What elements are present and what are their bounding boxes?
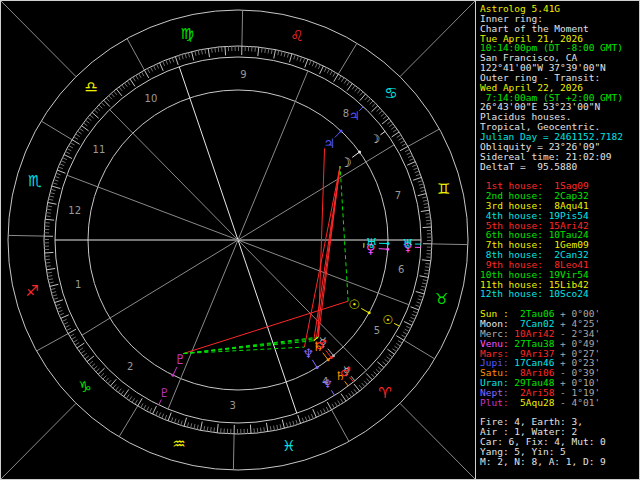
planet-glyph-outer-uran: ♅ xyxy=(403,237,414,251)
house-number-1: 1 xyxy=(75,279,81,290)
degree-tick xyxy=(172,58,174,63)
zodiac-glyph-virgo: ♍ xyxy=(181,25,194,43)
degree-tick xyxy=(144,405,146,409)
degree-tick xyxy=(182,54,183,59)
degree-tick xyxy=(411,307,419,310)
degree-tick xyxy=(53,298,58,300)
degree-tick xyxy=(409,320,414,322)
house-cusp-line xyxy=(238,71,308,240)
degree-tick xyxy=(359,385,362,389)
degree-tick xyxy=(100,373,104,377)
degree-tick xyxy=(46,268,55,269)
degree-tick xyxy=(423,280,428,281)
degree-tick xyxy=(355,87,358,91)
degree-tick xyxy=(339,76,342,80)
degree-tick xyxy=(175,56,178,65)
degree-tick xyxy=(217,424,218,433)
sign-boundary xyxy=(408,129,440,146)
degree-tick xyxy=(303,58,305,63)
degree-tick xyxy=(277,425,278,430)
degree-tick xyxy=(305,417,307,422)
degree-tick xyxy=(400,146,408,150)
degree-tick xyxy=(194,424,195,429)
degree-tick xyxy=(413,311,418,313)
planet-degree-dot xyxy=(330,356,333,359)
degree-tick xyxy=(45,259,50,260)
planet-glyph-inner-moon: ☽ xyxy=(340,155,352,170)
degree-tick xyxy=(360,92,363,96)
planet-degree-dot xyxy=(340,129,343,132)
degree-tick xyxy=(204,426,205,431)
chart-wheel-pane: ♈♉♊♋♌♍♎♏♐♑♒♓123456789101112☉☽☿♀♂♃♄♅♆♇☉☽☿… xyxy=(1,1,475,479)
degree-tick xyxy=(75,343,79,346)
degree-tick xyxy=(347,81,350,85)
degree-tick xyxy=(326,407,328,411)
degree-tick xyxy=(383,116,387,119)
sign-boundary xyxy=(233,434,234,470)
degree-tick xyxy=(214,428,215,433)
degree-tick xyxy=(333,72,336,76)
degree-tick xyxy=(312,62,314,67)
degree-tick xyxy=(323,409,325,413)
planet-degree-dot xyxy=(386,242,389,245)
degree-tick xyxy=(55,176,60,178)
degree-tick xyxy=(416,291,425,294)
degree-tick xyxy=(389,124,393,127)
degree-tick xyxy=(402,143,406,145)
degree-tick xyxy=(324,67,326,71)
degree-tick xyxy=(268,48,269,53)
degree-tick xyxy=(116,387,119,391)
degree-tick xyxy=(410,158,415,160)
degree-tick xyxy=(309,60,311,65)
degree-tick xyxy=(382,362,386,365)
planet-pointer-inner xyxy=(312,360,316,367)
planet-glyph-inner-plut: ♇ xyxy=(175,352,187,367)
degree-tick xyxy=(344,79,347,83)
degree-tick xyxy=(421,190,426,191)
degree-tick xyxy=(181,421,182,426)
planet-pointer-inner xyxy=(173,367,176,374)
degree-tick xyxy=(114,91,117,95)
degree-tick xyxy=(205,49,206,54)
degree-tick xyxy=(404,322,412,326)
degree-tick xyxy=(49,196,54,197)
degree-tick xyxy=(385,359,389,362)
planet-pointer-outer xyxy=(159,400,162,405)
degree-tick xyxy=(351,391,354,395)
degree-tick xyxy=(127,81,130,85)
house-cusp-line xyxy=(238,145,394,240)
degree-tick xyxy=(61,315,69,319)
degree-tick xyxy=(144,70,148,78)
house-number-6: 6 xyxy=(398,264,404,275)
degree-tick xyxy=(139,73,142,77)
degree-tick xyxy=(294,55,295,60)
degree-tick xyxy=(73,340,77,343)
house-number-5: 5 xyxy=(374,325,380,336)
degree-tick xyxy=(138,398,143,406)
degree-tick xyxy=(53,183,58,184)
degree-tick xyxy=(393,129,397,132)
degree-tick xyxy=(56,173,61,175)
degree-tick xyxy=(396,336,404,341)
zodiac-glyph-pisces: ♓ xyxy=(282,437,295,455)
degree-tick xyxy=(413,177,422,180)
degree-tick xyxy=(70,143,74,146)
degree-tick xyxy=(168,413,171,421)
degree-tick xyxy=(66,328,70,330)
planet-pointer-inner xyxy=(352,153,358,158)
zodiac-glyph-cancer: ♋ xyxy=(384,84,397,102)
degree-tick xyxy=(250,425,251,434)
degree-tick xyxy=(424,273,429,274)
degree-tick xyxy=(398,341,402,344)
degree-tick xyxy=(352,85,355,89)
degree-tick xyxy=(171,417,173,422)
degree-tick xyxy=(52,295,57,296)
degree-tick xyxy=(412,314,417,316)
degree-tick xyxy=(287,53,288,58)
sign-boundary xyxy=(404,340,435,359)
degree-tick xyxy=(132,398,135,402)
zodiac-glyph-sagittarius: ♐ xyxy=(25,282,38,300)
degree-tick xyxy=(311,414,313,419)
house-cusp-line xyxy=(67,175,238,240)
degree-tick xyxy=(354,389,357,393)
